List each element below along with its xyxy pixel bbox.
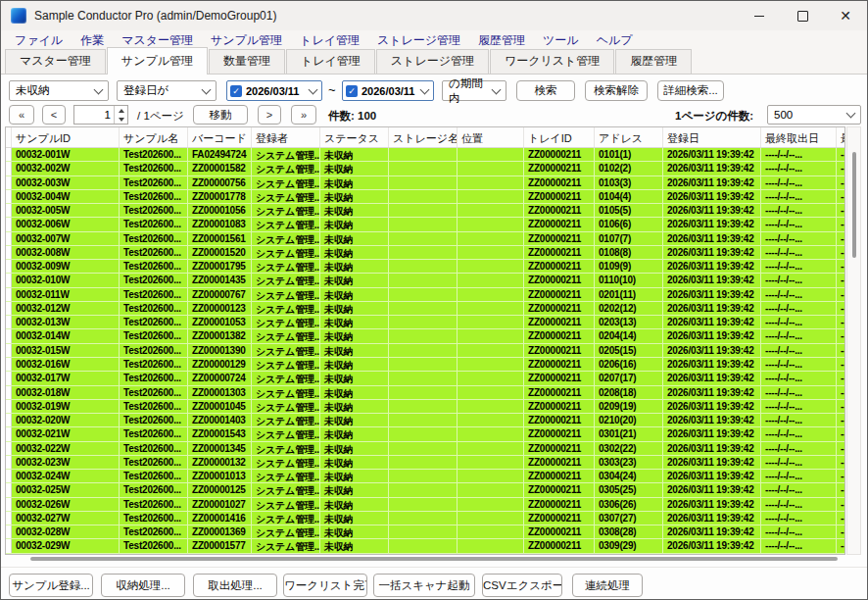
menu-item-5[interactable]: ストレージ管理	[368, 30, 469, 51]
menu-item-6[interactable]: 履歴管理	[469, 30, 534, 51]
menu-item-7[interactable]: ツール	[534, 30, 588, 51]
column-header-10[interactable]: 登録日	[663, 127, 761, 147]
tab-5[interactable]: ワークリスト管理	[490, 49, 614, 74]
table-row[interactable]: 00032-002WTest202600...ZZ00001582システム管理.…	[6, 162, 844, 175]
table-row[interactable]: 00032-021WTest202600...ZZ00001543システム管理.…	[6, 427, 844, 441]
column-header-7[interactable]: 位置	[458, 127, 524, 147]
table-row[interactable]: 00032-010WTest202600...ZZ00001435システム管理.…	[6, 274, 844, 287]
table-row[interactable]: 00032-001WTest202600...FA02494724システム管理.…	[6, 148, 844, 162]
footer-button-3[interactable]: ワークリスト完了...	[283, 574, 367, 597]
table-row[interactable]: 00032-025WTest202600...ZZ00000125システム管理.…	[6, 483, 844, 497]
table-cell: 00032-006W	[12, 218, 120, 230]
table-row[interactable]: 00032-009WTest202600...ZZ00001795システム管理.…	[6, 260, 844, 274]
table-row[interactable]: 00032-007WTest202600...ZZ00001561システム管理.…	[6, 232, 844, 246]
horizontal-scrollbar-thumb[interactable]	[30, 557, 838, 561]
table-cell: ZZ00000211	[524, 274, 595, 286]
table-row[interactable]: 00032-013WTest202600...ZZ00001053システム管理.…	[6, 316, 844, 329]
maximize-button[interactable]	[781, 1, 824, 30]
footer-button-2[interactable]: 取出処理...	[193, 574, 277, 597]
table-cell: 00032-009W	[12, 260, 120, 273]
table-row[interactable]: 00032-019WTest202600...ZZ00001045システム管理.…	[6, 400, 844, 414]
first-page-button[interactable]: «	[9, 105, 34, 125]
footer-button-1[interactable]: 収納処理...	[101, 574, 185, 597]
table-row[interactable]: 00032-015WTest202600...ZZ00001390システム管理.…	[6, 344, 844, 358]
stepper-up-button[interactable]	[115, 106, 127, 115]
page-number-stepper[interactable]: 1	[73, 105, 128, 125]
vertical-scrollbar[interactable]	[846, 126, 861, 555]
table-row[interactable]: 00032-020WTest202600...ZZ00001403システム管理.…	[6, 414, 844, 427]
table-row[interactable]: 00032-004WTest202600...ZZ00001778システム管理.…	[6, 190, 844, 204]
column-header-8[interactable]: トレイID	[524, 127, 595, 147]
table-row[interactable]: 00032-029WTest202600...ZZ00001577システム管理.…	[6, 539, 844, 553]
table-row[interactable]: 00032-018WTest202600...ZZ00001303システム管理.…	[6, 386, 844, 400]
minimize-button[interactable]	[738, 1, 781, 30]
table-row[interactable]: 00032-011WTest202600...ZZ00000767システム管理.…	[6, 288, 844, 302]
menu-item-0[interactable]: ファイル	[6, 30, 72, 51]
table-row[interactable]: 00032-017WTest202600...ZZ00000724システム管理.…	[6, 372, 844, 385]
tab-4[interactable]: ストレージ管理	[376, 49, 489, 74]
advanced-search-button[interactable]: 詳細検索...	[657, 80, 724, 101]
table-row[interactable]: 00032-016WTest202600...ZZ00000129システム管理.…	[6, 358, 844, 372]
column-header-12[interactable]: 最終	[837, 127, 845, 147]
table-cell: ----/--/--...	[837, 162, 844, 175]
last-page-button[interactable]: »	[291, 105, 316, 125]
tab-2[interactable]: 数量管理	[209, 49, 285, 74]
table-cell: ----/--/--...	[761, 302, 837, 315]
close-button[interactable]: ✕	[824, 1, 867, 30]
menu-item-4[interactable]: トレイ管理	[291, 30, 368, 51]
search-clear-button[interactable]: 検索解除	[585, 80, 648, 101]
table-cell: 0102(2)	[595, 162, 663, 175]
next-page-button[interactable]: >	[258, 105, 281, 125]
table-cell: 00032-025W	[12, 483, 120, 496]
column-header-1[interactable]: サンプルID	[12, 127, 120, 147]
footer-button-4[interactable]: 一括スキャナ起動	[373, 574, 475, 597]
table-row[interactable]: 00032-003WTest202600...ZZ00000756システム管理.…	[6, 176, 844, 190]
footer-button-5[interactable]: CSVエクスポート	[482, 574, 562, 597]
stepper-down-button[interactable]	[115, 115, 127, 124]
date-from-picker[interactable]: ✓ 2026/03/11	[226, 80, 322, 101]
column-header-2[interactable]: サンプル名	[120, 127, 188, 147]
page-size-select[interactable]: 500	[767, 105, 861, 125]
table-row[interactable]: 00032-006WTest202600...ZZ00001083システム管理.…	[6, 218, 844, 231]
date-to-picker[interactable]: ✓ 2026/03/11	[342, 80, 434, 101]
date-to-checkbox[interactable]: ✓	[346, 85, 358, 97]
table-cell: 2026/03/11 19:39:42	[663, 539, 761, 552]
vertical-scrollbar-thumb[interactable]	[852, 152, 856, 258]
footer-button-0[interactable]: サンプル登録...	[9, 574, 93, 597]
tab-3[interactable]: トレイ管理	[286, 49, 375, 74]
menu-item-3[interactable]: サンプル管理	[202, 30, 291, 51]
tab-1[interactable]: サンプル管理	[107, 47, 208, 75]
tab-6[interactable]: 履歴管理	[615, 49, 692, 74]
prev-page-button[interactable]: <	[42, 105, 66, 125]
tab-0[interactable]: マスター管理	[5, 49, 106, 74]
table-row[interactable]: 00032-028WTest202600...ZZ00001369システム管理.…	[6, 525, 844, 539]
column-header-11[interactable]: 最終取出日	[761, 127, 837, 147]
table-cell	[389, 442, 458, 455]
table-cell: 2026/03/11 19:39:42	[663, 232, 761, 245]
table-row[interactable]: 00032-023WTest202600...ZZ00000132システム管理.…	[6, 456, 844, 470]
column-header-9[interactable]: アドレス	[595, 127, 663, 147]
column-header-3[interactable]: バーコード	[188, 127, 252, 147]
table-cell	[458, 288, 524, 301]
table-row[interactable]: 00032-005WTest202600...ZZ00001056システム管理.…	[6, 204, 844, 218]
table-row[interactable]: 00032-008WTest202600...ZZ00001520システム管理.…	[6, 246, 844, 260]
table-row[interactable]: 00032-026WTest202600...ZZ00001027システム管理.…	[6, 498, 844, 512]
table-cell: ----/--/--...	[837, 456, 844, 469]
column-header-5[interactable]: ステータス	[320, 127, 389, 147]
table-row[interactable]: 00032-022WTest202600...ZZ00001345システム管理.…	[6, 442, 844, 456]
status-filter-select[interactable]: 未収納	[9, 80, 109, 101]
footer-button-6[interactable]: 連続処理	[572, 574, 643, 597]
table-row[interactable]: 00032-027WTest202600...ZZ00001416システム管理.…	[6, 512, 844, 525]
field-filter-select[interactable]: 登録日が	[117, 80, 217, 101]
move-page-button[interactable]: 移動	[193, 105, 248, 125]
table-row[interactable]: 00032-012WTest202600...ZZ00000123システム管理.…	[6, 302, 844, 316]
table-row[interactable]: 00032-014WTest202600...ZZ00001382システム管理.…	[6, 329, 844, 343]
date-from-checkbox[interactable]: ✓	[230, 85, 242, 97]
menu-item-8[interactable]: ヘルプ	[588, 30, 642, 51]
table-row[interactable]: 00032-024WTest202600...ZZ00001013システム管理.…	[6, 470, 844, 483]
range-type-select[interactable]: の期間内	[442, 80, 506, 101]
column-header-4[interactable]: 登録者	[252, 127, 320, 147]
search-button[interactable]: 検索	[516, 80, 575, 101]
table-cell: Test202600...	[120, 176, 188, 189]
column-header-6[interactable]: ストレージ名	[389, 127, 458, 147]
